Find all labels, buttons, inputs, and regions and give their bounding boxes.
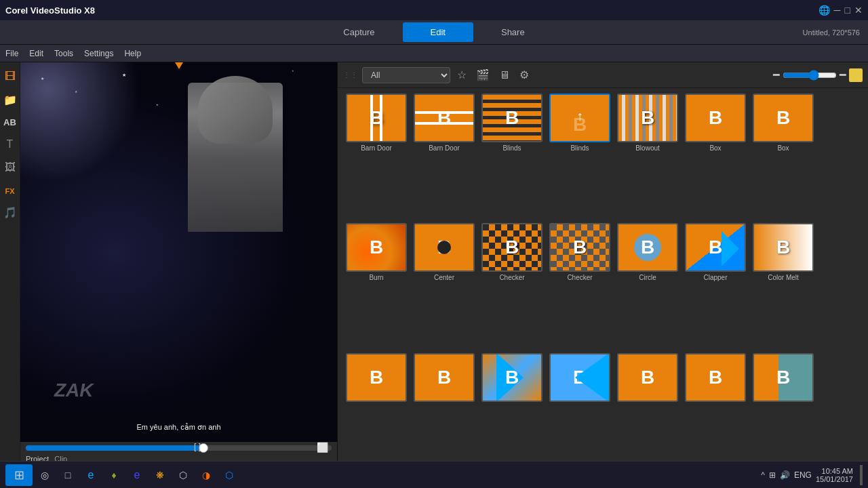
file-info: Untitled, 720*576 bbox=[803, 28, 860, 37]
effects-grid: B Barn Door B Barn Door bbox=[338, 88, 868, 474]
effect-row3-4[interactable]: B bbox=[549, 353, 610, 468]
top-content: ⋮⋮ All ☆ 🎬 🖥 ⚙ ━ ━ bbox=[338, 62, 868, 488]
sys-tray-arrow[interactable]: ^ bbox=[761, 470, 765, 480]
effect-blinds-2[interactable]: ↑ B Blinds bbox=[549, 94, 610, 216]
restore-icon[interactable]: ─ bbox=[834, 5, 841, 16]
effect-blowout[interactable]: B Blowout bbox=[617, 94, 678, 216]
taskbar-sys-icons: ^ ⊞ 🔊 ENG 10:45 AM 15/01/2017 bbox=[761, 465, 863, 485]
tab-edit[interactable]: Edit bbox=[403, 22, 473, 42]
title-bar: Corel VideoStudio X8 🌐 ─ □ ✕ bbox=[0, 0, 868, 20]
sys-volume-icon[interactable]: 🔊 bbox=[780, 470, 790, 480]
menu-bar: File Edit Tools Settings Help bbox=[0, 45, 868, 62]
effect-barn-door-2[interactable]: B Barn Door bbox=[414, 94, 475, 216]
zoom-in-icon: ━ bbox=[840, 68, 846, 81]
effects-toolbar: ⋮⋮ All ☆ 🎬 🖥 ⚙ ━ ━ bbox=[338, 62, 868, 88]
effect-burn-label: Burn bbox=[369, 274, 383, 281]
taskbar-ie[interactable]: e bbox=[80, 464, 102, 486]
effect-row3-6[interactable]: B bbox=[685, 353, 746, 468]
sys-network-icon[interactable]: ⊞ bbox=[769, 470, 776, 480]
taskbar-task-view[interactable]: □ bbox=[57, 464, 79, 486]
main-layout: 🎞 📁 AB T 🖼 FX 🎵 ★ ★ ★ ★ ★ ★ ★ bbox=[0, 62, 868, 488]
effect-center-label: Center bbox=[434, 274, 454, 281]
grip-icon: ⋮⋮ bbox=[343, 71, 358, 79]
zoom-out-icon: ━ bbox=[773, 68, 780, 81]
inner-sidebar: 🎞 📁 AB T 🖼 FX 🎵 bbox=[0, 62, 20, 488]
playhead-bar[interactable]: [ ] ⬜ bbox=[26, 445, 332, 451]
media-library-icon[interactable]: 🎞 bbox=[2, 68, 18, 85]
effect-checker-1[interactable]: B Checker bbox=[481, 223, 542, 346]
left-wrapper: 🎞 📁 AB T 🖼 FX 🎵 ★ ★ ★ ★ ★ ★ ★ bbox=[0, 62, 338, 488]
taskbar-app5[interactable]: ⬡ bbox=[172, 464, 194, 486]
effect-burn[interactable]: B Burn bbox=[346, 223, 407, 346]
effect-checker-2-label: Checker bbox=[567, 274, 592, 281]
effect-box-2-label: Box bbox=[777, 144, 789, 152]
effect-row3-3[interactable]: B bbox=[481, 353, 542, 468]
sys-lang-icon: ENG bbox=[794, 470, 812, 480]
fx-icon[interactable]: FX bbox=[2, 184, 17, 198]
preview-subtitle: Em yêu anh, cảm ơn anh bbox=[136, 423, 220, 432]
effect-checker-1-label: Checker bbox=[499, 274, 524, 281]
info-icon[interactable]: 🎬 bbox=[473, 67, 492, 83]
taskbar-app3[interactable]: e bbox=[126, 464, 148, 486]
menu-settings[interactable]: Settings bbox=[84, 49, 113, 58]
window-controls: 🌐 ─ □ ✕ bbox=[818, 5, 863, 16]
app-title: Corel VideoStudio X8 bbox=[5, 5, 95, 16]
taskbar-app6[interactable]: ◑ bbox=[195, 464, 217, 486]
title-icon[interactable]: T bbox=[4, 136, 16, 153]
show-desktop-button[interactable] bbox=[860, 465, 863, 485]
effect-box-1[interactable]: B Box bbox=[685, 94, 746, 216]
effect-clapper[interactable]: B Clapper bbox=[685, 223, 746, 346]
effect-row3-7[interactable]: B bbox=[753, 353, 814, 468]
effect-barn-door-1-label: Barn Door bbox=[361, 144, 392, 152]
right-wrapper: ⋮⋮ All ☆ 🎬 🖥 ⚙ ━ ━ bbox=[338, 62, 868, 488]
mode-bar: Capture Edit Share Untitled, 720*576 bbox=[0, 20, 868, 45]
maximize-icon[interactable]: □ bbox=[845, 5, 850, 16]
audio-icon[interactable]: 🎵 bbox=[1, 203, 20, 222]
effect-barn-door-2-label: Barn Door bbox=[429, 144, 460, 152]
taskbar-app4[interactable]: ❋ bbox=[149, 464, 171, 486]
favorites-icon[interactable]: ☆ bbox=[454, 67, 469, 83]
effect-center[interactable]: B Center bbox=[414, 223, 475, 346]
settings-icon[interactable]: ⚙ bbox=[517, 67, 532, 83]
effect-row3-5[interactable]: B bbox=[617, 353, 678, 468]
effect-row3-2[interactable]: B bbox=[414, 353, 475, 468]
color-swatch[interactable] bbox=[849, 68, 863, 82]
menu-help[interactable]: Help bbox=[124, 49, 141, 58]
close-icon[interactable]: ✕ bbox=[854, 5, 863, 16]
preview-panel: ★ ★ ★ ★ ★ ★ ★ ZAK Em yêu anh, cảm ơn anh bbox=[20, 62, 338, 488]
taskbar-app2[interactable]: ♦ bbox=[103, 464, 125, 486]
effect-color-melt[interactable]: B Color Melt bbox=[753, 223, 814, 346]
effects-zoom: ━ ━ bbox=[773, 68, 863, 82]
tab-share[interactable]: Share bbox=[473, 22, 553, 42]
effect-clapper-label: Clapper bbox=[703, 274, 727, 281]
menu-tools[interactable]: Tools bbox=[54, 49, 73, 58]
text-icon[interactable]: AB bbox=[1, 115, 19, 130]
taskbar: ⊞ ◎ □ e ♦ e ❋ ⬡ ◑ ⬡ ^ ⊞ 🔊 ENG 10:45 AM 1… bbox=[0, 461, 868, 488]
menu-file[interactable]: File bbox=[5, 49, 18, 58]
menu-edit[interactable]: Edit bbox=[29, 49, 43, 58]
effect-barn-door-1[interactable]: B Barn Door bbox=[346, 94, 407, 216]
preview-icon[interactable]: 🖥 bbox=[496, 68, 513, 83]
start-button[interactable]: ⊞ bbox=[5, 464, 33, 486]
effect-circle[interactable]: B Circle bbox=[617, 223, 678, 346]
effect-row3-1[interactable]: B bbox=[346, 353, 407, 468]
graphics-icon[interactable]: 🖼 bbox=[2, 159, 18, 176]
instant-project-icon[interactable]: 📁 bbox=[1, 91, 20, 109]
effect-box-1-label: Box bbox=[709, 144, 721, 152]
taskbar-clock: 10:45 AM 15/01/2017 bbox=[816, 467, 853, 483]
minimize-icon[interactable]: 🌐 bbox=[818, 5, 830, 16]
tab-capture[interactable]: Capture bbox=[315, 22, 402, 42]
effect-blowout-label: Blowout bbox=[635, 144, 660, 152]
effect-circle-label: Circle bbox=[639, 274, 656, 281]
effect-blinds-2-label: Blinds bbox=[570, 144, 589, 152]
effect-color-melt-label: Color Melt bbox=[768, 274, 799, 281]
taskbar-app7[interactable]: ⬡ bbox=[218, 464, 240, 486]
taskbar-search[interactable]: ◎ bbox=[34, 464, 56, 486]
effect-blinds-1[interactable]: B Blinds bbox=[481, 94, 542, 216]
preview-video: ★ ★ ★ ★ ★ ★ ★ ZAK Em yêu anh, cảm ơn anh bbox=[20, 62, 337, 442]
effect-box-2[interactable]: B Box bbox=[753, 94, 814, 216]
effect-checker-2[interactable]: B Checker bbox=[549, 223, 610, 346]
zoom-slider[interactable] bbox=[783, 70, 837, 81]
effects-filter-select[interactable]: All bbox=[362, 67, 450, 83]
effect-blinds-1-label: Blinds bbox=[502, 144, 521, 152]
